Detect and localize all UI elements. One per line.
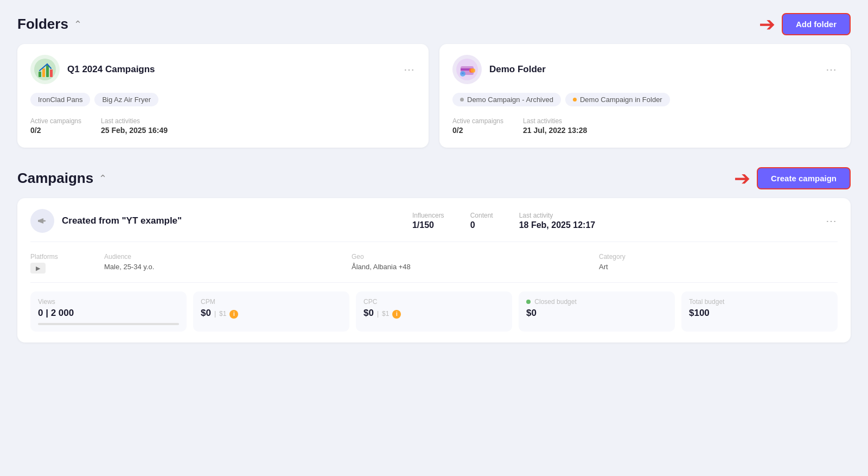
metric-views: Views 0 | 2 000 [30, 291, 187, 332]
campaign-yt-content: Content 0 [470, 212, 493, 230]
folder-q1-title-group: Q1 2024 Campaigns [30, 55, 155, 84]
folders-grid: Q1 2024 Campaigns ⋯ IronClad Pans Big Az… [17, 44, 851, 148]
audience-label: Audience [104, 253, 343, 261]
folder-q1-active-value: 0/2 [30, 126, 81, 135]
tag-dot-grey [460, 98, 464, 101]
folders-title-group: Folders ⌃ [17, 16, 82, 33]
svg-point-9 [471, 68, 475, 73]
folder-demo-tag-0[interactable]: Demo Campaign - Archived [452, 93, 561, 106]
platforms-value: ▶ [30, 263, 95, 274]
folder-q1-avatar [30, 55, 60, 84]
folder-q1-tag-1[interactable]: Big Az Air Fryer [94, 93, 158, 106]
campaign-yt-header: Created from "YT example" Influencers 1/… [30, 209, 838, 242]
geo-label: Geo [352, 253, 590, 261]
folder-demo-last-label: Last activities [523, 117, 587, 125]
chart-icon [34, 59, 56, 80]
folder-demo-stats: Active campaigns 0/2 Last activities 21 … [452, 117, 838, 135]
campaign-yt-stats: Influencers 1/150 Content 0 Last activit… [412, 212, 595, 230]
campaign-yt-last-activity: Last activity 18 Feb, 2025 12:17 [519, 212, 596, 230]
campaign-yt-info: Created from "YT example" [30, 209, 182, 233]
cpc-sep: | [377, 310, 379, 318]
folder-demo-header: Demo Folder ⋯ [452, 55, 838, 84]
folder-demo-last-activities: Last activities 21 Jul, 2022 13:28 [523, 117, 587, 135]
folder-card-q1: Q1 2024 Campaigns ⋯ IronClad Pans Big Az… [17, 44, 429, 148]
metric-closed-budget: Closed budget $0 [519, 291, 675, 332]
cpc-values: $0 | $1 i [363, 308, 505, 319]
svg-rect-3 [46, 65, 49, 77]
campaign-platforms: Platforms ▶ [30, 253, 95, 274]
metric-total-budget: Total budget $100 [681, 291, 838, 332]
folder-q1-last-label: Last activities [101, 117, 168, 125]
cpm-info-icon[interactable]: i [229, 310, 238, 319]
folder-demo-more-button[interactable]: ⋯ [826, 63, 838, 76]
folder-q1-tag-0[interactable]: IronClad Pans [30, 93, 90, 106]
folders-action-group: ➔ Add folder [759, 13, 851, 35]
folder-demo-tag-1-label: Demo Campaign in Folder [580, 96, 662, 104]
campaigns-chevron-icon[interactable]: ⌃ [99, 173, 107, 185]
last-activity-label: Last activity [519, 212, 596, 219]
total-budget-label: Total budget [689, 298, 830, 306]
create-campaign-arrow-icon: ➔ [734, 169, 750, 188]
closed-budget-value: $0 [526, 308, 667, 319]
views-label: Views [38, 298, 179, 306]
campaign-yt-name: Created from "YT example" [62, 215, 182, 226]
folder-q1-more-button[interactable]: ⋯ [404, 63, 416, 76]
cpc-main: $0 [363, 308, 374, 319]
category-value: Art [599, 263, 838, 271]
folder-q1-header: Q1 2024 Campaigns ⋯ [30, 55, 416, 84]
last-activity-value: 18 Feb, 2025 12:17 [519, 220, 596, 230]
campaigns-action-group: ➔ Create campaign [734, 167, 851, 189]
folder-q1-tags: IronClad Pans Big Az Air Fryer [30, 93, 416, 106]
cpm-values: $0 | $1 i [201, 308, 342, 319]
folder-demo-tag-1[interactable]: Demo Campaign in Folder [565, 93, 670, 106]
demo-folder-icon [456, 59, 478, 80]
folder-demo-tags: Demo Campaign - Archived Demo Campaign i… [452, 93, 838, 106]
folder-q1-active-label: Active campaigns [30, 117, 81, 125]
folder-q1-last-activities: Last activities 25 Feb, 2025 16:49 [101, 117, 168, 135]
cpc-label: CPC [363, 298, 505, 306]
folders-chevron-icon[interactable]: ⌃ [74, 18, 82, 30]
platforms-label: Platforms [30, 253, 95, 261]
total-budget-value: $100 [689, 308, 830, 319]
folder-demo-avatar [452, 55, 482, 84]
folder-demo-active-label: Active campaigns [452, 117, 503, 125]
content-value: 0 [470, 220, 493, 230]
svg-rect-4 [50, 69, 53, 77]
metric-cpm: CPM $0 | $1 i [193, 291, 349, 332]
campaigns-section-header: Campaigns ⌃ ➔ Create campaign [17, 167, 851, 189]
campaign-card-yt: Created from "YT example" Influencers 1/… [17, 198, 851, 342]
youtube-icon: ▶ [30, 263, 46, 274]
folder-q1-active-campaigns: Active campaigns 0/2 [30, 117, 81, 135]
closed-budget-dot [526, 300, 531, 304]
svg-rect-12 [38, 220, 40, 222]
closed-budget-label: Closed budget [526, 298, 667, 306]
category-label: Category [599, 253, 838, 261]
campaign-geo: Geo Åland, Albania +48 [352, 253, 590, 274]
svg-rect-2 [42, 68, 45, 77]
folder-card-demo: Demo Folder ⋯ Demo Campaign - Archived D… [439, 44, 851, 148]
cpm-main: $0 [201, 308, 211, 319]
campaign-yt-influencers: Influencers 1/150 [412, 212, 444, 230]
cpm-sep: | [214, 310, 216, 318]
audience-value: Male, 25-34 y.o. [104, 263, 343, 271]
create-campaign-button[interactable]: Create campaign [757, 167, 851, 189]
campaign-yt-details: Platforms ▶ Audience Male, 25-34 y.o. Ge… [30, 253, 838, 283]
folder-demo-title-group: Demo Folder [452, 55, 546, 84]
campaigns-title: Campaigns [17, 170, 93, 187]
cpm-label: CPM [201, 298, 342, 306]
geo-value: Åland, Albania +48 [352, 263, 590, 271]
folder-demo-active-value: 0/2 [452, 126, 503, 135]
megaphone-icon [35, 214, 49, 228]
add-folder-button[interactable]: Add folder [782, 13, 851, 35]
folder-q1-stats: Active campaigns 0/2 Last activities 25 … [30, 117, 416, 135]
folders-section-header: Folders ⌃ ➔ Add folder [17, 13, 851, 35]
folders-title: Folders [17, 16, 68, 33]
folder-demo-name: Demo Folder [489, 64, 546, 75]
influencers-label: Influencers [412, 212, 444, 219]
add-folder-arrow-icon: ➔ [759, 15, 775, 34]
cpm-sub: $1 [219, 310, 226, 318]
cpc-info-icon[interactable]: i [392, 310, 401, 319]
closed-budget-label-text: Closed budget [534, 298, 576, 306]
campaign-yt-more-button[interactable]: ⋯ [826, 214, 838, 227]
campaign-category: Category Art [599, 253, 838, 274]
